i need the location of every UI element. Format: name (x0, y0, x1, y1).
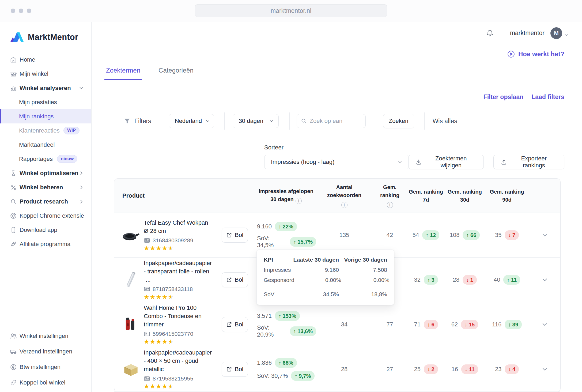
bol-link-button[interactable]: Bol (222, 228, 248, 243)
avg-ranking: 42 (372, 232, 407, 239)
brand-name: MarktMentor (28, 32, 78, 42)
how-it-works-link[interactable]: Hoe werkt het? (507, 50, 564, 58)
column-header-gem-ranking-90d: Gem. ranking 90d (485, 188, 529, 204)
impressions-value: 9.160 (257, 223, 272, 230)
divider (289, 112, 290, 130)
bol-link-button[interactable]: Bol (222, 272, 248, 287)
export-rankings-button[interactable]: Exporteer rankings (493, 155, 564, 169)
sidebar-item-btw-instellingen[interactable]: Btw instellingen (0, 359, 91, 375)
sidebar-item-winkel-analyseren[interactable]: Winkel analyseren (0, 81, 91, 95)
period-select[interactable]: 30 dagen (233, 114, 279, 128)
ranking-7d-change-badge: ↓ 6 (424, 320, 438, 329)
load-filters-link[interactable]: Laad filters (531, 93, 564, 101)
expand-row-button[interactable] (529, 365, 561, 373)
product-title[interactable]: Wahl Home Pro 100 Combo - Tondeuse en tr… (144, 304, 214, 329)
chevron-down-icon (269, 118, 274, 124)
info-icon[interactable]: i (341, 202, 347, 208)
tooltip-kpi-prev: 18,8% (339, 291, 387, 297)
product-ean: 5996415023770 (153, 331, 193, 337)
sov-change-badge: ↑ 9,7% (291, 371, 314, 381)
account-name: marktmentor (510, 29, 545, 37)
ean-icon (144, 375, 150, 382)
sidebar-item-download-app[interactable]: Download app (0, 223, 91, 237)
home-icon (10, 56, 17, 63)
period-select-value: 30 dagen (239, 118, 263, 125)
sidebar-item-mijn-rankings[interactable]: Mijn rankings (0, 109, 91, 123)
expand-row-button[interactable] (529, 276, 561, 284)
filters-toggle[interactable]: Filters (124, 118, 151, 125)
rocket-icon (10, 240, 17, 248)
ean-icon (144, 286, 150, 292)
link-icon (10, 379, 17, 386)
sidebar-nav: Home Mijn winkel Winkel analyseren Mijn … (0, 52, 91, 251)
sidebar-item-product-research[interactable]: Product research (0, 194, 91, 209)
product-title[interactable]: Inpakpapier/cadeaupapier - 400 × 50 cm -… (144, 348, 214, 373)
column-header-zoekwoorden: Aantal zoekwoordeni (316, 183, 372, 208)
ean-search-box (297, 114, 366, 128)
sidebar-item-mijn-prestaties[interactable]: Mijn prestaties (0, 95, 91, 109)
sidebar-item-winkel-beheren[interactable]: Winkel beheren (0, 180, 91, 194)
logo[interactable]: MarktMentor (0, 22, 91, 43)
tooltip-col-kpi: KPI (264, 257, 292, 263)
tooltip-kpi-label: Impressies (264, 267, 292, 273)
column-header-gem-ranking-30d: Gem. ranking 30d (445, 188, 485, 204)
sov-change-badge: ↑ 15,7% (290, 237, 316, 247)
user-menu[interactable]: marktmentor M (510, 27, 569, 39)
browser-url-bar[interactable]: marktmentor.nl (195, 4, 387, 17)
expand-row-button[interactable] (529, 321, 561, 328)
divider (264, 288, 387, 288)
sidebar-item-rapportages[interactable]: Rapportages nieuw (0, 152, 91, 166)
ranking-30d-value: 108 (450, 232, 460, 239)
edit-keywords-button[interactable]: Zoektermen wijzigen (408, 155, 484, 169)
sidebar-item-label: Verzend instellingen (20, 348, 72, 355)
info-icon[interactable]: i (387, 202, 393, 208)
sidebar-item-affiliate-programma[interactable]: Affiliate programma (0, 237, 91, 251)
sidebar-item-winkel-instellingen[interactable]: Winkel instellingen (0, 328, 91, 344)
sidebar-item-verzend-instellingen[interactable]: Verzend instellingen (0, 344, 91, 359)
bol-link-button[interactable]: Bol (222, 362, 248, 377)
tab-zoektermen[interactable]: Zoektermen (104, 63, 142, 80)
impressions-change-badge: ↑ 68% (275, 358, 297, 368)
info-icon[interactable]: i (296, 198, 302, 204)
sort-select[interactable]: Impressies (hoog - laag) (264, 155, 408, 169)
window-control-dot[interactable] (27, 9, 31, 13)
country-select[interactable]: Nederland (169, 114, 214, 128)
sidebar-item-marktaandeel[interactable]: Marktaandeel (0, 138, 91, 152)
search-button[interactable]: Zoeken (383, 114, 414, 128)
sidebar-item-label: Winkel optimaliseren (20, 170, 78, 177)
sidebar-item-mijn-winkel[interactable]: Mijn winkel (0, 67, 91, 81)
sidebar-item-label: Klantenreacties (19, 127, 60, 134)
clear-all-link[interactable]: Wis alles (433, 118, 457, 125)
window-control-dot[interactable] (19, 9, 23, 13)
chevron-right-icon (78, 184, 84, 190)
expand-row-button[interactable] (529, 231, 561, 239)
impressions-value: 3.571 (257, 312, 272, 319)
window-control-dot[interactable] (11, 9, 15, 13)
external-link-icon (226, 366, 232, 372)
sidebar-item-label: Affiliate programma (20, 241, 70, 248)
product-title[interactable]: Inpakpapier/cadeaupapier - transparant f… (144, 259, 214, 284)
ranking-30d-change-badge: ↓ 1 (463, 275, 477, 285)
divider (502, 26, 502, 41)
sort-label: Sorteer (264, 144, 408, 151)
sidebar-item-koppel-chrome-extensie[interactable]: Koppel Chrome extensie (0, 209, 91, 223)
search-icon (10, 198, 17, 205)
column-header-product: Product (114, 192, 256, 200)
notifications-bell-icon[interactable] (486, 29, 494, 37)
sidebar-item-home[interactable]: Home (0, 52, 91, 67)
tab-categorieen[interactable]: Categorieën (157, 63, 195, 80)
tooltip-kpi-prev: 0.00% (341, 277, 389, 283)
ean-search-input[interactable] (310, 118, 362, 125)
sidebar-item-klantenreacties[interactable]: Klantenreacties WIP (0, 123, 91, 138)
sidebar-item-koppel-bol-winkel[interactable]: Koppel bol winkel (0, 375, 91, 390)
sidebar-item-winkel-optimaliseren[interactable]: Winkel optimaliseren (0, 166, 91, 180)
chevron-down-icon (397, 159, 403, 165)
save-filter-link[interactable]: Filter opslaan (483, 93, 524, 101)
product-rating-stars: ★★★★★ (144, 245, 214, 252)
bol-link-button[interactable]: Bol (222, 317, 248, 332)
product-title[interactable]: Tefal Easy Chef Wokpan - Ø 28 cm (144, 218, 214, 235)
ranking-90d-change-badge: ↓ 4 (505, 364, 519, 374)
sov-value: SoV: 30,7% (257, 372, 288, 379)
ranking-30d-change-badge: ↑ 66 (463, 230, 480, 240)
tooltip-kpi-label: SoV (264, 291, 292, 297)
